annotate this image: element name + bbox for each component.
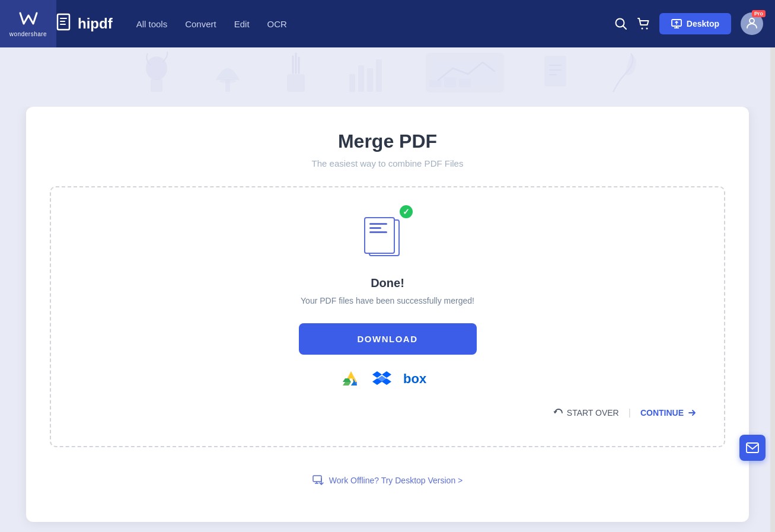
hipdf-brand[interactable]: hipdf	[56, 13, 113, 34]
hipdf-text: hipdf	[78, 15, 113, 32]
check-circle: ✓	[398, 204, 414, 219]
wondershare-label: wondershare	[9, 31, 47, 37]
avatar-icon	[745, 16, 758, 32]
nav-actions: Desktop Pro	[614, 12, 763, 35]
pdf-line-1	[369, 223, 387, 225]
dropbox-button[interactable]	[372, 369, 391, 388]
desktop-btn-label: Desktop	[687, 19, 719, 28]
svg-rect-17	[349, 74, 355, 92]
check-mark-icon: ✓	[403, 207, 410, 216]
svg-point-3	[641, 28, 643, 30]
bg-pencilcup-icon	[281, 50, 311, 104]
svg-point-4	[646, 28, 648, 30]
desktop-promo: Work Offline? Try Desktop Version >	[50, 465, 725, 498]
svg-rect-18	[358, 65, 364, 92]
nav-links: All tools Convert Edit OCR	[136, 19, 614, 29]
bg-feather-icon	[607, 50, 637, 104]
user-avatar[interactable]: Pro	[741, 12, 763, 35]
svg-rect-13	[287, 74, 305, 92]
bg-lamp-icon	[210, 50, 245, 104]
cloud-save-icons: box	[342, 369, 434, 388]
bg-monitor-icon	[423, 50, 506, 104]
success-icon: ✓	[364, 217, 412, 265]
pdf-line-3	[369, 231, 387, 233]
box-button[interactable]: box	[403, 371, 434, 386]
bg-chart-icon	[346, 50, 388, 104]
pro-badge: Pro	[752, 10, 766, 17]
svg-point-12	[219, 79, 236, 83]
navbar: wondershare hipdf All tools Convert Edit…	[0, 0, 775, 47]
search-button[interactable]	[614, 17, 627, 30]
done-title: Done!	[371, 276, 404, 290]
svg-rect-10	[151, 79, 162, 92]
desktop-promo-label: Work Offline? Try Desktop Version >	[329, 476, 463, 485]
svg-rect-19	[367, 68, 373, 92]
nav-ocr[interactable]: OCR	[267, 19, 287, 29]
ws-logo-icon	[18, 11, 39, 31]
svg-text:box: box	[403, 371, 427, 386]
continue-button[interactable]: CONTINUE	[631, 403, 706, 422]
scrollbar[interactable]	[770, 0, 775, 532]
bg-plant-icon	[139, 50, 174, 104]
page-subtitle: The easiest way to combine PDF Files	[50, 158, 725, 168]
start-over-button[interactable]: START OVER	[544, 403, 629, 422]
svg-rect-26	[545, 56, 566, 86]
svg-rect-23	[429, 80, 441, 87]
desktop-button[interactable]: Desktop	[659, 13, 731, 34]
bottom-actions: START OVER | CONTINUE	[69, 403, 706, 422]
main-card: Merge PDF The easiest way to combine PDF…	[26, 107, 749, 522]
done-subtitle: Your PDF files have been successfully me…	[301, 296, 474, 305]
start-over-label: START OVER	[567, 408, 619, 418]
main-wrapper: Merge PDF The easiest way to combine PDF…	[0, 107, 775, 532]
pdf-page-front	[364, 217, 395, 254]
svg-line-2	[623, 26, 626, 30]
nav-all-tools[interactable]: All tools	[136, 19, 168, 29]
pdf-line-2	[369, 227, 381, 229]
svg-point-8	[750, 18, 754, 23]
background-banner	[0, 47, 775, 107]
bg-document-icon	[542, 50, 572, 104]
cart-button[interactable]	[637, 17, 650, 30]
nav-edit[interactable]: Edit	[234, 19, 250, 29]
page-title: Merge PDF	[50, 130, 725, 152]
svg-rect-20	[376, 59, 382, 92]
desktop-promo-link[interactable]: Work Offline? Try Desktop Version >	[312, 474, 463, 486]
svg-rect-24	[444, 77, 456, 87]
svg-rect-31	[313, 476, 321, 482]
floating-mail-button[interactable]	[739, 435, 766, 461]
svg-rect-34	[747, 443, 758, 453]
bg-icons-row	[139, 47, 637, 107]
result-area: ✓ Done! Your PDF files have been success…	[50, 186, 725, 447]
download-button[interactable]: DOWNLOAD	[299, 323, 477, 355]
continue-label: CONTINUE	[640, 408, 684, 418]
svg-rect-25	[459, 79, 471, 87]
wondershare-brand[interactable]: wondershare	[0, 0, 56, 47]
hipdf-icon	[56, 13, 74, 34]
nav-convert[interactable]: Convert	[185, 19, 216, 29]
gdrive-button[interactable]	[342, 369, 361, 388]
